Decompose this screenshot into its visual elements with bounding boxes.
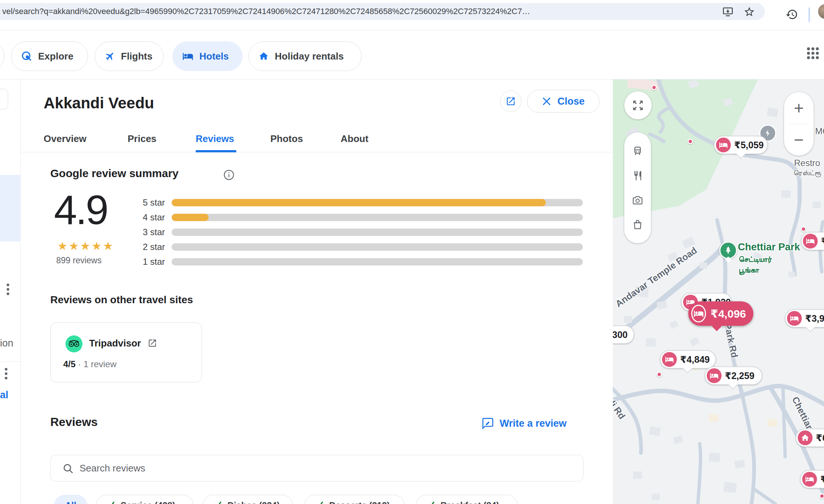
search-reviews-box[interactable] — [50, 455, 584, 481]
left-panel-partial-link[interactable]: al — [0, 389, 9, 401]
tripadvisor-rating: 4/5 · 1 review — [63, 359, 116, 369]
hotel-dot[interactable] — [656, 372, 662, 377]
rating-bar-1 — [172, 258, 583, 265]
nav-chip-label: Flights — [121, 51, 152, 62]
price-pin-clipped[interactable]: ₹3,99 — [785, 309, 824, 328]
park-label-tamil: செட்டியார் — [739, 255, 772, 264]
price-pin[interactable]: ₹5,059 — [714, 136, 768, 154]
hotel-bed-icon — [716, 138, 731, 152]
hotel-dot[interactable] — [651, 85, 657, 90]
bar-label: 1 star — [122, 257, 165, 267]
send-to-device-icon[interactable] — [722, 6, 734, 18]
more-options-icon[interactable] — [7, 284, 10, 297]
rating-bar-4 — [172, 214, 583, 221]
filter-chip-label: Breakfast (84) — [440, 500, 499, 504]
rating-stars: ★★★★★ — [57, 239, 114, 253]
share-button[interactable] — [500, 91, 521, 112]
rating-bar-row: 4 star — [122, 212, 583, 223]
restroom-label[interactable]: Restro — [794, 158, 820, 168]
rating-bar-2 — [172, 243, 583, 251]
explore-icon — [21, 51, 32, 62]
tripadvisor-card[interactable]: Tripadvisor 4/5 · 1 review — [50, 322, 202, 382]
review-summary-heading: Google review summary — [50, 167, 179, 180]
tab-overview[interactable]: Overview — [44, 133, 87, 145]
nav-chip-label: Explore — [38, 51, 73, 62]
history-icon[interactable] — [786, 8, 798, 21]
close-button[interactable]: Close — [527, 90, 600, 113]
write-review-label: Write a review — [500, 418, 567, 429]
hotel-bed-icon — [802, 472, 817, 487]
photos-camera-icon[interactable] — [632, 195, 643, 206]
bar-label: 5 star — [122, 197, 165, 208]
nav-chip-explore[interactable]: Explore — [11, 41, 88, 71]
write-review-link[interactable]: Write a review — [482, 417, 567, 429]
park-label[interactable]: Chettiar Park — [738, 241, 800, 253]
review-count: 899 reviews — [56, 256, 102, 265]
price-pin-clipped[interactable]: ₹ — [800, 470, 824, 488]
hotel-detail-panel: Akkandi Veedu Close Overview Prices Revi… — [21, 80, 613, 504]
zoom-control: + − — [784, 92, 814, 156]
page-title: Akkandi Veedu — [44, 94, 154, 112]
shopping-bag-icon[interactable] — [632, 219, 643, 230]
tab-strip: Overview Prices Reviews Photos About — [21, 130, 613, 152]
filter-chip-dishes[interactable]: Dishes (234) — [203, 495, 293, 504]
travel-nav: Explore Flights Hotels Holiday rentals — [0, 30, 824, 80]
park-label-tamil-2: பூங்கா — [739, 265, 759, 274]
filter-chip-all[interactable]: All — [54, 495, 87, 504]
filter-chip-breakfast[interactable]: Breakfast (84) — [416, 495, 518, 504]
filter-chip-label: Desserts (212) — [329, 500, 390, 504]
nav-chip-partial[interactable] — [0, 41, 4, 71]
topic-sparkle-icon — [106, 501, 115, 504]
rating-bar-5 — [172, 199, 583, 206]
tab-about[interactable]: About — [341, 133, 368, 145]
info-icon[interactable] — [223, 169, 234, 180]
price-pin-selected[interactable]: ₹4,096 — [688, 301, 753, 326]
more-options-icon[interactable] — [5, 368, 8, 381]
open-in-new-icon — [148, 338, 157, 348]
nav-chip-holiday-rentals[interactable]: Holiday rentals — [249, 41, 362, 71]
filter-chip-label: Dishes (234) — [227, 500, 280, 504]
reviews-heading: Reviews — [50, 415, 98, 429]
nav-chip-hotels[interactable]: Hotels — [172, 41, 243, 71]
bar-label: 4 star — [122, 212, 165, 223]
holiday-rentals-icon — [259, 51, 269, 61]
address-bar[interactable]: vel/search?q=akkandi%20veedu&g2lb=496599… — [0, 3, 765, 20]
rate-review-icon — [482, 417, 494, 429]
left-panel-partial-text: ion — [0, 338, 13, 349]
bar-label: 3 star — [122, 227, 165, 237]
zoom-in-button[interactable]: + — [784, 92, 814, 124]
bookmark-star-icon[interactable] — [743, 6, 755, 18]
nav-chip-flights[interactable]: Flights — [95, 41, 163, 71]
price-pin-clipped[interactable]: ₹ — [801, 232, 824, 250]
rating-bar-row: 1 star — [122, 257, 583, 267]
hotel-bed-icon — [803, 234, 818, 248]
tab-photos[interactable]: Photos — [270, 133, 303, 145]
map[interactable]: Chettiar Park செட்டியார் பூங்கா Restro ர… — [613, 80, 824, 504]
hotel-dot[interactable] — [801, 226, 806, 232]
price-pin-clipped[interactable]: 300 — [613, 325, 634, 344]
hotel-bed-icon — [691, 305, 706, 322]
tab-prices[interactable]: Prices — [128, 133, 156, 145]
park-pin-icon[interactable] — [719, 241, 737, 259]
google-apps-grid-icon[interactable] — [806, 46, 820, 61]
restaurants-icon[interactable] — [632, 170, 643, 181]
left-panel-edge: ion al — [0, 80, 21, 504]
filter-chip-desserts[interactable]: Desserts (212) — [304, 495, 405, 504]
price-pin[interactable]: ₹4,849 — [660, 350, 716, 369]
hotel-bed-icon — [707, 368, 722, 383]
search-reviews-input[interactable] — [80, 456, 575, 481]
rating-bar-row: 3 star — [122, 227, 583, 237]
profile-avatar[interactable] — [818, 4, 824, 19]
price-pin-clipped[interactable]: ₹6 — [796, 429, 824, 447]
fullscreen-button[interactable] — [624, 91, 652, 119]
close-label: Close — [557, 96, 585, 107]
price-pin[interactable]: ₹2,259 — [705, 366, 762, 385]
zoom-out-button[interactable]: − — [784, 124, 814, 156]
hotel-dot[interactable] — [819, 493, 824, 499]
left-panel-search-edge[interactable] — [0, 89, 8, 109]
left-panel-selected-row[interactable] — [0, 175, 20, 241]
filter-chip-service[interactable]: Service (438) — [96, 495, 193, 504]
tab-reviews[interactable]: Reviews — [196, 133, 234, 145]
transit-icon[interactable] — [632, 146, 643, 157]
hotel-dot[interactable] — [688, 139, 693, 144]
